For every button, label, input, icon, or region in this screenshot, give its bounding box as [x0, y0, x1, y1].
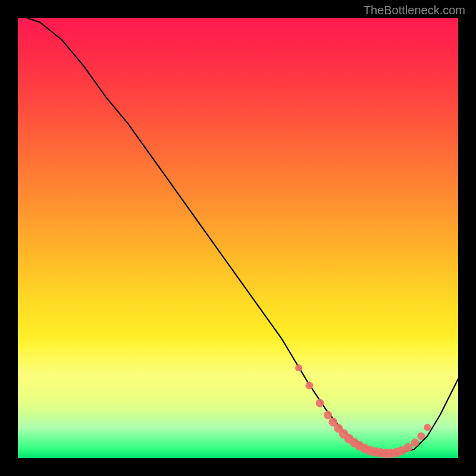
marker-dot	[316, 399, 324, 408]
marker-dot	[424, 424, 431, 431]
marker-dot	[295, 364, 302, 371]
marker-dots-group	[295, 364, 431, 458]
marker-dot	[305, 381, 313, 389]
marker-dot	[324, 411, 332, 419]
curve-line-group	[27, 18, 458, 454]
marker-dot	[417, 433, 425, 440]
marker-dot	[411, 439, 419, 447]
watermark-text: TheBottleneck.com	[364, 4, 465, 17]
curve-line	[27, 18, 458, 454]
marker-dot	[403, 443, 412, 452]
chart-area	[18, 18, 458, 458]
chart-svg	[18, 18, 458, 458]
